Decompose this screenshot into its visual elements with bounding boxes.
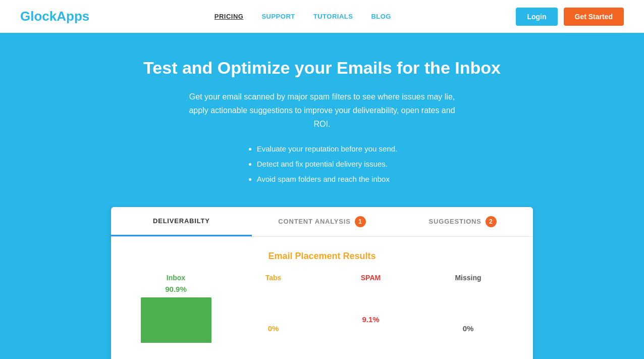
result-inbox: Inbox 90.9% (127, 274, 225, 359)
nav: PRICING SUPPORT TUTORIALS BLOG (214, 13, 391, 20)
hero-description: Get your email scanned by major spam fil… (181, 90, 463, 131)
spam-pct: 9.1% (362, 315, 379, 324)
missing-label: Missing (455, 274, 481, 282)
section-title-highlight: Placement (295, 251, 340, 261)
section-title: Email Placement Results (127, 251, 517, 262)
card-content: Email Placement Results Inbox 90.9% Tabs (111, 237, 533, 359)
section-title-plain: Email (268, 251, 295, 261)
missing-pct: 0% (463, 324, 474, 333)
missing-bar-container (433, 337, 504, 359)
inbox-pct: 90.9% (165, 285, 187, 293)
nav-tutorials[interactable]: TUTORIALS (313, 13, 353, 20)
get-started-button[interactable]: Get Started (564, 8, 624, 26)
nav-support[interactable]: SUPPORT (261, 13, 295, 20)
main-card: DELIVERABILTY CONTENT ANALYSIS 1 SUGGEST… (111, 207, 533, 359)
spam-bar-container (336, 328, 406, 359)
bullet-2: Detect and fix potential delivery issues… (257, 157, 398, 172)
tab-deliverability-label: DELIVERABILTY (153, 217, 210, 225)
tab-content-analysis[interactable]: CONTENT ANALYSIS 1 (252, 207, 393, 236)
nav-pricing[interactable]: PRICING (214, 13, 244, 20)
header: GlockApps PRICING SUPPORT TUTORIALS BLOG… (0, 0, 644, 33)
inbox-bar (141, 297, 211, 343)
result-spam: SPAM 9.1% (322, 274, 419, 359)
hero-title: Test and Optimize your Emails for the In… (20, 58, 624, 78)
section-title-rest: Results (341, 251, 376, 261)
tab-suggestions[interactable]: SUGGESTIONS 2 (392, 207, 533, 236)
logo-blue: Apps (57, 9, 89, 24)
result-tabs: Tabs 0% (225, 274, 322, 359)
hero-section: Test and Optimize your Emails for the In… (0, 33, 644, 359)
hero-bullets: Evaluate your reputation before you send… (247, 141, 398, 187)
login-button[interactable]: Login (516, 8, 557, 26)
result-missing: Missing 0% (419, 274, 517, 359)
logo-black: Glock (20, 9, 57, 24)
inbox-bar-container (141, 297, 211, 343)
tabs: DELIVERABILTY CONTENT ANALYSIS 1 SUGGEST… (111, 207, 533, 237)
tabs-pct: 0% (268, 324, 279, 333)
content-analysis-badge: 1 (355, 216, 366, 227)
tabs-label: Tabs (265, 274, 282, 282)
results-grid: Inbox 90.9% Tabs 0% (127, 274, 517, 359)
header-buttons: Login Get Started (516, 8, 624, 26)
card-wrapper: DELIVERABILTY CONTENT ANALYSIS 1 SUGGEST… (20, 207, 624, 359)
logo: GlockApps (20, 9, 89, 24)
bullet-1: Evaluate your reputation before you send… (257, 141, 398, 157)
tab-deliverability[interactable]: DELIVERABILTY (111, 207, 252, 236)
suggestions-badge: 2 (486, 216, 497, 227)
spam-label: SPAM (361, 274, 381, 282)
tabs-bar-container (238, 337, 309, 359)
tab-suggestions-label: SUGGESTIONS (429, 218, 481, 225)
bullet-3: Avoid spam folders and reach the inbox (257, 172, 398, 187)
nav-blog[interactable]: BLOG (371, 13, 391, 20)
tab-content-analysis-label: CONTENT ANALYSIS (278, 218, 350, 225)
inbox-label: Inbox (167, 274, 185, 282)
